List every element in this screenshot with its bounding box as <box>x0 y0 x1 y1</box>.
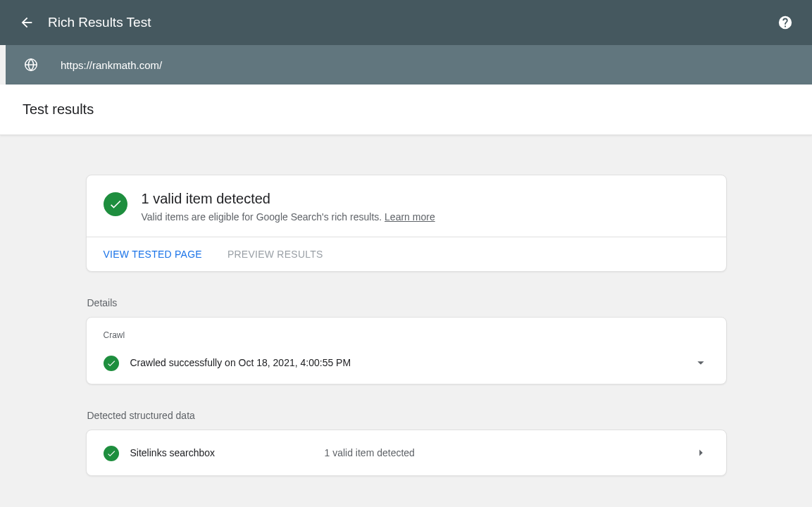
chevron-right-icon <box>693 445 708 461</box>
summary-title: 1 valid item detected <box>142 191 435 207</box>
tab-test-results[interactable]: Test results <box>23 101 94 118</box>
crawl-card: Crawl Crawled successfully on Oct 18, 20… <box>86 317 727 384</box>
check-circle-icon <box>104 192 127 216</box>
app-title: Rich Results Test <box>48 15 771 30</box>
arrow-back-icon <box>19 15 35 30</box>
app-header: Rich Results Test <box>0 0 812 45</box>
url-input[interactable] <box>61 59 798 71</box>
summary-text: 1 valid item detected Valid items are el… <box>142 191 435 223</box>
details-label: Details <box>86 297 727 308</box>
content: 1 valid item detected Valid items are el… <box>0 135 812 476</box>
learn-more-link[interactable]: Learn more <box>385 211 435 223</box>
summary-actions: VIEW TESTED PAGE PREVIEW RESULTS <box>87 237 726 271</box>
chevron-down-icon <box>693 355 708 370</box>
summary-top: 1 valid item detected Valid items are el… <box>87 175 726 237</box>
tabs-row: Test results <box>0 84 812 135</box>
url-bar <box>6 45 812 84</box>
summary-subtitle-text: Valid items are eligible for Google Sear… <box>142 211 385 223</box>
crawl-status: Crawled successfully on Oct 18, 2021, 4:… <box>130 357 681 368</box>
summary-card: 1 valid item detected Valid items are el… <box>86 175 727 272</box>
detected-card: Sitelinks searchbox 1 valid item detecte… <box>86 430 727 476</box>
preview-results-button: PREVIEW RESULTS <box>227 249 323 260</box>
detected-item-status: 1 valid item detected <box>325 447 681 458</box>
detected-row[interactable]: Sitelinks searchbox 1 valid item detecte… <box>87 430 726 475</box>
crawl-row[interactable]: Crawled successfully on Oct 18, 2021, 4:… <box>104 354 709 371</box>
globe-icon <box>20 54 42 76</box>
check-circle-icon <box>104 356 119 371</box>
help-button[interactable] <box>771 8 799 37</box>
expand-button[interactable] <box>692 354 709 371</box>
back-button[interactable] <box>13 8 41 37</box>
summary-subtitle: Valid items are eligible for Google Sear… <box>142 211 435 223</box>
detected-item-name: Sitelinks searchbox <box>130 447 313 458</box>
open-button[interactable] <box>692 444 709 461</box>
check-circle-icon <box>104 446 119 461</box>
help-icon <box>777 15 793 30</box>
detected-label: Detected structured data <box>86 410 727 421</box>
view-tested-page-button[interactable]: VIEW TESTED PAGE <box>104 249 202 260</box>
crawl-label: Crawl <box>104 330 709 340</box>
